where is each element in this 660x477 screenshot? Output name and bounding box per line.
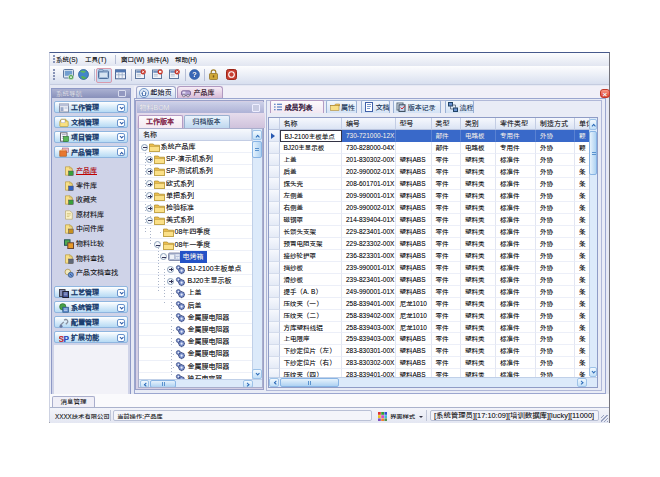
svg-text:?: ? <box>192 70 197 79</box>
svg-text:P: P <box>63 334 69 343</box>
